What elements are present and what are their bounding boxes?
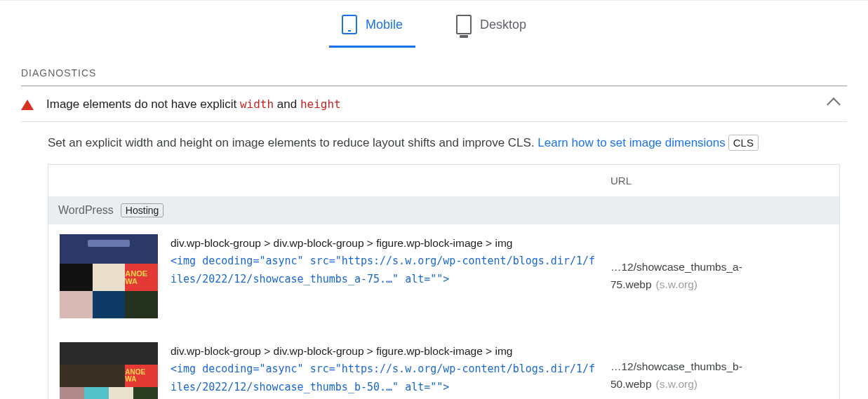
device-tabs: Mobile Desktop xyxy=(0,0,868,48)
html-snippet: <img decoding="async" src="https://s.w.o… xyxy=(171,252,598,288)
group-label: WordPress xyxy=(58,204,114,217)
tab-desktop[interactable]: Desktop xyxy=(443,9,539,48)
desc-text: Set an explicit width and height on imag… xyxy=(48,136,538,149)
issue-description: Set an explicit width and height on imag… xyxy=(0,122,868,164)
tab-desktop-label: Desktop xyxy=(480,18,526,32)
url-cell: …12/showcase_thumbs_a-75.webp(s.w.org) xyxy=(610,234,828,318)
chevron-up-icon[interactable] xyxy=(827,97,841,111)
hosting-badge: Hosting xyxy=(121,203,163,217)
url-domain: (s.w.org) xyxy=(656,378,697,390)
element-detail: div.wp-block-group > div.wp-block-group … xyxy=(158,234,610,318)
table-row: ANOE WA div.wp-block-group > div.wp-bloc… xyxy=(48,224,839,332)
tab-mobile-label: Mobile xyxy=(366,18,403,32)
url-domain: (s.w.org) xyxy=(656,278,697,290)
tab-mobile[interactable]: Mobile xyxy=(329,9,415,48)
issue-and: and xyxy=(274,97,300,111)
learn-more-link[interactable]: Learn how to set image dimensions xyxy=(538,136,725,149)
table-header: URL xyxy=(48,165,839,196)
mobile-icon xyxy=(342,15,357,34)
section-title: DIAGNOSTICS xyxy=(0,48,868,86)
issue-header[interactable]: Image elements do not have explicit widt… xyxy=(0,86,868,121)
element-detail: div.wp-block-group > div.wp-block-group … xyxy=(158,342,610,399)
desktop-icon xyxy=(456,15,472,34)
cls-badge: CLS xyxy=(728,135,759,151)
group-row-wordpress: WordPress Hosting xyxy=(48,196,839,224)
issue-code-width: width xyxy=(240,97,274,111)
css-selector: div.wp-block-group > div.wp-block-group … xyxy=(171,234,598,252)
thumbnail: ANOE WA xyxy=(60,234,158,318)
warning-triangle-icon xyxy=(21,100,34,110)
url-cell: …12/showcase_thumbs_b-50.webp(s.w.org) xyxy=(610,342,828,399)
header-url: URL xyxy=(610,175,828,187)
issue-prefix: Image elements do not have explicit xyxy=(46,97,240,111)
thumbnail: ANOE WA xyxy=(60,342,158,399)
html-snippet: <img decoding="async" src="https://s.w.o… xyxy=(171,360,598,396)
css-selector: div.wp-block-group > div.wp-block-group … xyxy=(171,342,598,360)
diagnostic-table: URL WordPress Hosting ANOE WA div.wp-blo… xyxy=(48,164,840,399)
issue-code-height: height xyxy=(300,97,341,111)
issue-title: Image elements do not have explicit widt… xyxy=(46,97,341,111)
table-row: ANOE WA div.wp-block-group > div.wp-bloc… xyxy=(48,332,839,399)
